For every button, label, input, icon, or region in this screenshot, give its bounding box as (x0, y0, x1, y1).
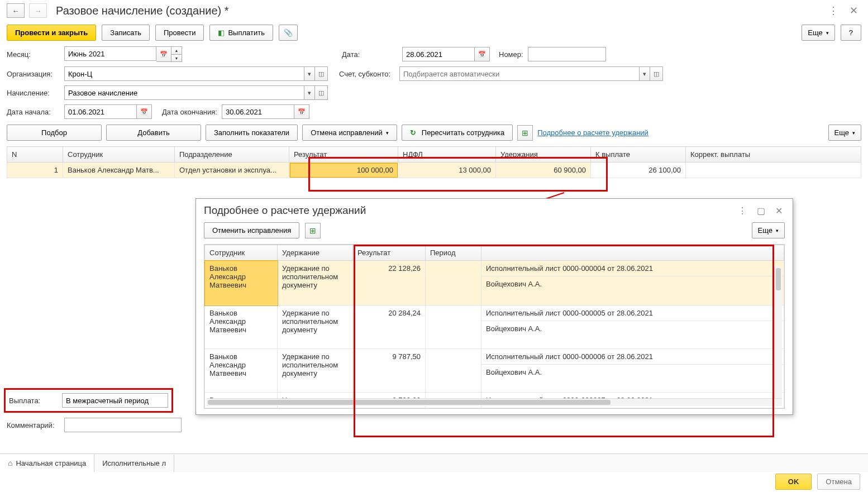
org-input[interactable] (64, 66, 304, 81)
write-button[interactable]: Записать (102, 25, 150, 41)
col-emp[interactable]: Сотрудник (63, 147, 175, 163)
attach-button[interactable]: 📎 (279, 25, 298, 41)
cancel-button[interactable]: Отмена (817, 474, 860, 490)
more-button[interactable]: Еще ▾ (802, 25, 834, 41)
col-ndfl[interactable]: НДФЛ (398, 147, 496, 163)
date-input[interactable] (402, 47, 475, 61)
fill-button[interactable]: Заполнить показатели (206, 125, 298, 141)
dropdown-icon[interactable]: ▾ (304, 85, 315, 100)
window-title: Разовое начисление (создание) * (56, 4, 229, 17)
calendar-icon[interactable]: 📅 (475, 47, 490, 61)
maximize-icon[interactable]: ▢ (755, 206, 767, 216)
dropdown-icon[interactable]: ▾ (640, 66, 650, 81)
col-n[interactable]: N (7, 147, 63, 163)
col-corr[interactable]: Коррект. выплаты (686, 147, 861, 163)
ok-button[interactable]: OK (775, 474, 812, 490)
table-config-icon[interactable]: ⊞ (517, 125, 533, 141)
kebab-icon[interactable]: ⋮ (825, 4, 842, 17)
number-input[interactable] (528, 47, 606, 61)
detail-row[interactable]: Ваньков Александр Матвеевич Удержание по… (205, 349, 784, 365)
calendar-icon[interactable]: 📅 (156, 46, 171, 62)
org-label: Организация: (7, 70, 60, 78)
post-button[interactable]: Провести (155, 25, 204, 41)
add-button[interactable]: Добавить (106, 125, 201, 141)
dcol-emp[interactable]: Сотрудник (205, 245, 278, 261)
cancel-corr-button[interactable]: Отмена исправлений ▾ (302, 125, 397, 141)
accrual-label: Начисление: (7, 89, 60, 97)
dcol-desc[interactable] (481, 245, 784, 261)
account-input[interactable] (399, 66, 640, 81)
date-label: Дата: (342, 50, 398, 59)
end-input[interactable] (222, 104, 294, 119)
close-icon[interactable]: ✕ (846, 4, 861, 17)
col-ded[interactable]: Удержания (496, 147, 591, 163)
more-button-2[interactable]: Еще ▾ (828, 125, 861, 141)
dcol-period[interactable]: Период (426, 245, 481, 261)
start-label: Дата начала: (7, 108, 60, 116)
post-close-button[interactable]: Провести и закрыть (7, 25, 96, 41)
paperclip-icon: 📎 (284, 28, 293, 37)
account-label: Счет, субконто: (339, 70, 395, 78)
col-dept[interactable]: Подразделение (175, 147, 289, 163)
help-button[interactable]: ? (841, 25, 861, 41)
detail-row[interactable]: Ваньков Александр Матвеевич Удержание по… (205, 305, 784, 321)
open-icon[interactable]: ◫ (315, 85, 328, 100)
pay-button[interactable]: ◧Выплатить (209, 25, 273, 41)
close-icon[interactable]: ✕ (773, 206, 785, 216)
home-icon: ⌂ (8, 458, 12, 467)
number-label: Номер: (499, 50, 523, 59)
kebab-icon[interactable]: ⋮ (736, 206, 749, 216)
accrual-input[interactable] (64, 85, 304, 100)
dcol-res[interactable]: Результат (353, 245, 426, 261)
month-label: Месяц: (7, 50, 60, 59)
open-icon[interactable]: ◫ (650, 66, 663, 81)
popup-more-button[interactable]: Еще ▾ (752, 222, 785, 238)
forward-button[interactable]: → (29, 3, 47, 18)
table-config-icon[interactable]: ⊞ (305, 223, 321, 238)
details-link[interactable]: Подробнее о расчете удержаний (537, 128, 648, 137)
col-res[interactable]: Результат (289, 147, 398, 163)
end-label: Дата окончания: (162, 108, 217, 116)
back-button[interactable]: ← (7, 3, 25, 18)
comment-label: Комментарий: (7, 421, 60, 429)
tab-bar: ⌂Начальная страница Исполнительные л (0, 453, 868, 472)
main-table[interactable]: N Сотрудник Подразделение Результат НДФЛ… (7, 146, 861, 178)
month-up[interactable]: ▲ (171, 47, 182, 54)
table-row[interactable]: 1 Ваньков Александр Матв... Отдел устано… (7, 163, 861, 178)
detail-row[interactable]: Ваньков Александр Матвеевич Удержание по… (205, 261, 784, 276)
scrollbar-vertical[interactable] (774, 267, 782, 398)
detail-table[interactable]: Сотрудник Удержание Результат Период Ван… (204, 245, 784, 408)
deductions-popup: Подробнее о расчете удержаний ⋮ ▢ ✕ Отме… (195, 198, 793, 415)
dropdown-icon[interactable]: ▾ (304, 66, 315, 81)
comment-input[interactable] (64, 418, 182, 432)
payout-label: Выплата: (9, 397, 56, 405)
calendar-icon[interactable]: 📅 (137, 104, 152, 119)
refresh-icon: ↻ (410, 128, 416, 137)
pay-icon: ◧ (218, 28, 225, 37)
payout-input[interactable] (62, 393, 168, 408)
dcol-ded[interactable]: Удержание (278, 245, 353, 261)
tab-home[interactable]: ⌂Начальная страница (0, 454, 94, 472)
month-input[interactable] (64, 46, 156, 61)
month-down[interactable]: ▼ (171, 54, 182, 61)
start-input[interactable] (64, 104, 137, 119)
calendar-icon[interactable]: 📅 (294, 104, 309, 119)
open-icon[interactable]: ◫ (315, 66, 328, 81)
recalc-button[interactable]: ↻Пересчитать сотрудника (402, 125, 513, 141)
popup-title: Подробнее о расчете удержаний (204, 204, 730, 217)
tab-writs[interactable]: Исполнительные л (94, 455, 174, 472)
select-button[interactable]: Подбор (7, 125, 102, 141)
col-topay[interactable]: К выплате (591, 147, 686, 163)
popup-cancel-corr-button[interactable]: Отменить исправления (204, 222, 299, 238)
